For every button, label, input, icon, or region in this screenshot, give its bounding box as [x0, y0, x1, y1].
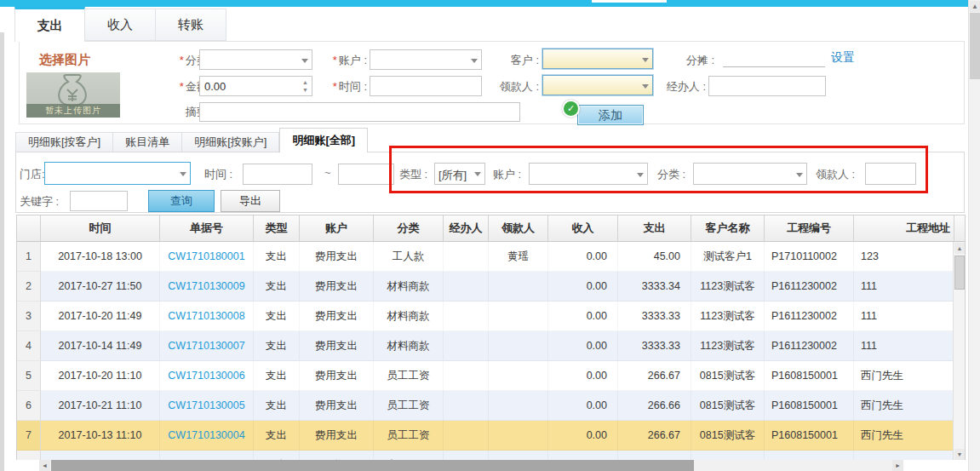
- store-select[interactable]: [44, 162, 191, 185]
- cell-category: 员工工资: [374, 421, 444, 451]
- spin-down-icon[interactable]: [301, 86, 309, 94]
- col-header-time[interactable]: 时间: [41, 215, 160, 241]
- table-row[interactable]: 72017-10-13 11:10CW1710130004支出费用支出员工工资0…: [17, 421, 954, 451]
- scroll-right-icon[interactable]: [892, 460, 903, 471]
- cell-account: 费用支出: [300, 421, 374, 451]
- tab-detail-by-customer[interactable]: 明细账[按客户]: [15, 132, 113, 152]
- table-row[interactable]: 42017-10-14 11:49CW1710130007支出费用支出材料商款0…: [17, 331, 954, 361]
- doc-no-link[interactable]: CW1710130009: [168, 280, 244, 292]
- col-header-customer[interactable]: 客户名称: [691, 215, 765, 241]
- time-field[interactable]: [370, 76, 482, 96]
- export-button[interactable]: 导出: [221, 190, 280, 212]
- table-vertical-scrollbar[interactable]: [953, 242, 965, 460]
- col-header-operator[interactable]: 经办人: [444, 215, 489, 241]
- tab-detail-all[interactable]: 明细账[全部]: [279, 128, 368, 152]
- cell-project_addr: 西门先生: [854, 391, 954, 421]
- doc-no-link[interactable]: CW1710130008: [168, 310, 244, 322]
- query-button[interactable]: 查询: [148, 190, 215, 212]
- cell-expense: 266.66: [618, 391, 691, 421]
- page-scroll-up-icon[interactable]: [970, 1, 980, 12]
- cell-time: 2017-10-13 11:10: [41, 421, 160, 451]
- page-scrollbar[interactable]: [968, 0, 980, 471]
- cell-customer: 测试客户1: [691, 242, 765, 272]
- filter-account-select[interactable]: [529, 163, 648, 185]
- col-header-income[interactable]: 收入: [548, 215, 618, 241]
- cell-project_no: P1608150001: [765, 391, 854, 421]
- cell-project_no: [765, 451, 854, 460]
- cell-customer: 0815测试客: [691, 421, 765, 451]
- col-header-expense[interactable]: 支出: [618, 215, 691, 241]
- amount-stepper[interactable]: 0.00: [199, 76, 312, 96]
- category-select[interactable]: [199, 49, 312, 70]
- cell-num: 1: [17, 242, 41, 272]
- customer-select[interactable]: [542, 49, 653, 69]
- col-header-project-no[interactable]: 工程编号: [765, 215, 854, 241]
- cell-time: 2017-10-18 13:00: [41, 242, 160, 272]
- table-row[interactable]: 32017-10-20 11:49CW1710130008支出费用支出材料商款0…: [17, 302, 954, 331]
- operator-field[interactable]: [708, 76, 826, 96]
- table-horizontal-scrollbar[interactable]: [39, 460, 903, 471]
- cell-customer: 0815测试客: [691, 391, 765, 421]
- keyword-field[interactable]: [70, 191, 128, 211]
- type-select[interactable]: [所有]: [434, 163, 485, 185]
- col-header-project-addr[interactable]: 工程地址: [854, 215, 954, 241]
- type-value: [所有]: [438, 168, 467, 183]
- table-row[interactable]: 52017-10-20 11:10CW1710130006支出费用支出员工工资0…: [17, 361, 954, 391]
- doc-no-link[interactable]: CW1710130007: [168, 340, 244, 352]
- table-row[interactable]: 12017-10-18 13:00CW1710180001支出费用支出工人款黄瑶…: [17, 242, 954, 272]
- col-header-account[interactable]: 账户: [300, 215, 374, 241]
- scroll-left-icon[interactable]: [39, 460, 50, 471]
- col-header-rownum[interactable]: [17, 215, 41, 241]
- cell-project_addr: 西门先生: [854, 361, 954, 391]
- page-scrollbar-thumb[interactable]: [970, 13, 980, 79]
- required-mark: *: [180, 54, 184, 66]
- col-header-category[interactable]: 分类: [374, 215, 444, 241]
- allocate-field[interactable]: [723, 50, 825, 67]
- time-to-field[interactable]: [338, 164, 394, 185]
- time-from-field[interactable]: [243, 164, 312, 185]
- doc-no-link[interactable]: CW1710130005: [168, 399, 244, 411]
- table-row[interactable]: 62017-10-21 11:10CW1710130005支出费用支出员工工资0…: [17, 391, 954, 421]
- table-row[interactable]: 82017-11-13 11:00CW1710130003支出工程收支1办公用品…: [17, 451, 954, 460]
- scrollbar-thumb[interactable]: [954, 256, 965, 290]
- cell-operator: [444, 451, 489, 460]
- scroll-down-icon[interactable]: [954, 449, 965, 460]
- filter-category-select[interactable]: [693, 163, 807, 185]
- scroll-up-icon[interactable]: [954, 243, 965, 254]
- cell-project_addr: 111: [854, 272, 954, 302]
- cell-customer: [691, 451, 765, 460]
- payee-select[interactable]: [542, 75, 653, 95]
- cell-payee: [489, 302, 548, 331]
- col-header-doc-no[interactable]: 单据号: [160, 215, 254, 241]
- filter-payee-field[interactable]: [865, 163, 916, 185]
- table-row[interactable]: 22017-10-27 11:50CW1710130009支出费用支出材料商款0…: [17, 272, 954, 302]
- tab-income[interactable]: 收入: [85, 9, 156, 41]
- chevron-down-icon: [796, 173, 803, 177]
- choose-image-label[interactable]: 选择图片: [39, 52, 90, 68]
- doc-no-link[interactable]: CW1710130006: [168, 370, 244, 382]
- settings-link[interactable]: 设置: [831, 50, 855, 66]
- chevron-down-icon: [471, 59, 478, 63]
- col-header-type[interactable]: 类型: [254, 215, 300, 241]
- allocate-label: 分摊 :: [673, 53, 714, 68]
- cell-income: 0.00: [548, 361, 618, 391]
- chevron-down-icon: [642, 58, 649, 62]
- doc-no-link[interactable]: CW1710130004: [168, 429, 244, 441]
- tab-expense[interactable]: 支出: [14, 7, 85, 42]
- hscrollbar-thumb[interactable]: [51, 460, 694, 471]
- tab-transfer[interactable]: 转账: [156, 9, 226, 41]
- col-header-payee[interactable]: 领款人: [489, 215, 548, 241]
- cell-time: 2017-10-27 11:50: [41, 272, 160, 302]
- tab-account-list[interactable]: 账目清单: [113, 132, 182, 152]
- cell-operator: [444, 361, 489, 391]
- image-placeholder[interactable]: 暂未上传图片: [26, 72, 120, 118]
- tab-detail-by-account[interactable]: 明细账[按账户]: [182, 132, 279, 152]
- cell-operator: [444, 242, 489, 272]
- cell-category: 材料商款: [374, 272, 444, 302]
- range-tilde: ~: [324, 166, 331, 179]
- doc-no-link[interactable]: CW1710180001: [168, 250, 244, 262]
- add-button[interactable]: 添加: [577, 105, 644, 125]
- summary-field[interactable]: [199, 102, 520, 122]
- account-select[interactable]: [370, 49, 482, 70]
- spin-up-icon[interactable]: [301, 78, 309, 86]
